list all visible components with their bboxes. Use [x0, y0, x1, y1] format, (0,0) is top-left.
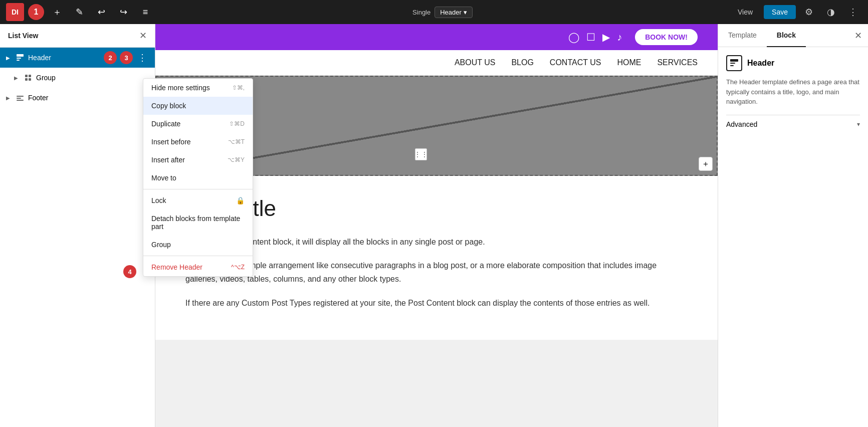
youtube-icon[interactable]: ▶: [602, 31, 610, 43]
post-paragraph-1: This is the Post Content block, it will …: [185, 235, 688, 249]
logo-badge: DI: [6, 3, 24, 21]
ctx-insert-before[interactable]: Insert before ⌥⌘T: [143, 133, 253, 151]
badge-3: 3: [120, 51, 133, 64]
ctx-group[interactable]: Group: [143, 236, 253, 254]
svg-rect-6: [29, 78, 31, 81]
ctx-move-to[interactable]: Move to: [143, 169, 253, 187]
settings-button[interactable]: ⚙: [800, 3, 818, 21]
post-paragraph-3: If there are any Custom Post Types regis…: [185, 296, 688, 310]
rp-block-title: Header: [747, 59, 774, 68]
nav-blog[interactable]: BLOG: [511, 58, 533, 67]
rp-block-desc: The Header template defines a page area …: [726, 77, 860, 107]
svg-rect-5: [25, 78, 28, 81]
ctx-duplicate[interactable]: Duplicate ⇧⌘D: [143, 115, 253, 133]
drag-handle[interactable]: ⋮⋮: [415, 148, 427, 160]
right-panel: Template Block ✕ Header The Header templ…: [718, 24, 868, 427]
header-block-icon: [15, 53, 25, 63]
book-now-button[interactable]: BOOK NOW!: [635, 29, 698, 45]
tree-item-footer[interactable]: ▶ Footer: [0, 88, 155, 108]
tree-item-group[interactable]: ▶ Group: [0, 68, 155, 88]
group-block-icon: [23, 73, 33, 83]
lock-icon: 🔒: [236, 196, 245, 204]
chevron-icon: ▶: [6, 55, 12, 61]
main-layout: List View ✕ ▶ Header 2 3 ⋮ ▶: [0, 24, 868, 427]
undo-button[interactable]: ↩: [92, 3, 110, 21]
ctx-divider-2: [143, 256, 253, 256]
svg-rect-9: [17, 100, 24, 101]
svg-rect-2: [17, 60, 20, 61]
panel-title: List View: [8, 32, 38, 40]
facebook-icon[interactable]: ◯: [568, 31, 579, 43]
tree-label-group: Group: [36, 74, 149, 82]
nav-contact[interactable]: CONTACT US: [550, 58, 601, 67]
social-icons: ◯ ☐ ▶ ♪: [568, 31, 622, 43]
ctx-detach-blocks[interactable]: Detach blocks from template part: [143, 209, 253, 236]
site-nav: ABOUT US BLOG CONTACT US HOME SERVICES: [155, 50, 718, 76]
badge-1: 1: [28, 4, 44, 20]
tab-block[interactable]: Block: [767, 24, 806, 47]
ctx-copy-block[interactable]: Copy block: [143, 97, 253, 115]
svg-rect-10: [730, 59, 738, 62]
tab-template[interactable]: Template: [718, 24, 767, 47]
chevron-icon-footer: ▶: [6, 95, 12, 101]
post-content: This is the Post Content block, it will …: [185, 235, 688, 310]
view-button[interactable]: View: [731, 5, 760, 19]
left-panel: List View ✕ ▶ Header 2 3 ⋮ ▶: [0, 24, 155, 427]
rp-block-icon: [726, 55, 742, 71]
add-block-button[interactable]: ＋: [48, 3, 66, 21]
post-paragraph-2: That might be a simple arrangement like …: [185, 259, 688, 286]
post-title: Post Title: [185, 196, 688, 221]
tree-item-header[interactable]: ▶ Header 2 3 ⋮: [0, 48, 155, 68]
toolbar-post-type: Single: [412, 9, 430, 16]
close-right-panel-button[interactable]: ✕: [848, 26, 868, 45]
ctx-hide-settings[interactable]: Hide more settings ⇧⌘,: [143, 79, 253, 97]
tools-button[interactable]: ✎: [70, 3, 88, 21]
list-view-button[interactable]: ≡: [136, 3, 154, 21]
footer-block-icon: [15, 93, 25, 103]
svg-rect-1: [17, 58, 21, 59]
svg-rect-7: [17, 96, 24, 97]
svg-rect-0: [17, 54, 24, 57]
context-menu: Hide more settings ⇧⌘, Copy block Duplic…: [143, 78, 253, 277]
save-button[interactable]: Save: [764, 5, 796, 19]
site-header-top: ◯ ☐ ▶ ♪ BOOK NOW!: [155, 24, 718, 50]
rp-tabs: Template Block: [718, 24, 806, 47]
ctx-lock[interactable]: Lock 🔒: [143, 191, 253, 209]
redo-button[interactable]: ↪: [114, 3, 132, 21]
badge-4: 4: [123, 265, 136, 278]
ctx-divider-1: [143, 189, 253, 189]
rp-content: Header The Header template defines a pag…: [718, 47, 868, 141]
close-panel-button[interactable]: ✕: [139, 30, 147, 41]
ctx-insert-after[interactable]: Insert after ⌥⌘Y: [143, 151, 253, 169]
chevron-icon-group: ▶: [14, 75, 20, 81]
right-panel-header: Template Block ✕: [718, 24, 868, 47]
ctx-remove-header[interactable]: Remove Header ^⌥Z: [143, 258, 253, 276]
more-options-button[interactable]: ⋮: [844, 3, 862, 21]
chevron-down-icon: ▾: [857, 121, 860, 128]
badge-2: 2: [104, 51, 117, 64]
rp-advanced-label: Advanced: [726, 120, 757, 128]
svg-rect-8: [17, 98, 21, 99]
toolbar-right: View Save ⚙ ◑ ⋮: [731, 3, 862, 21]
theme-toggle-button[interactable]: ◑: [822, 3, 840, 21]
rp-block-header: Header: [726, 55, 860, 71]
panel-header: List View ✕: [0, 24, 155, 48]
tree-item-options-button[interactable]: ⋮: [136, 51, 149, 64]
toolbar-template-tag[interactable]: Header ▾: [435, 7, 473, 18]
nav-home[interactable]: HOME: [617, 58, 641, 67]
svg-rect-3: [25, 75, 28, 77]
svg-rect-11: [730, 63, 735, 64]
tiktok-icon[interactable]: ♪: [617, 32, 622, 43]
nav-about[interactable]: ABOUT US: [455, 58, 496, 67]
nav-services[interactable]: SERVICES: [657, 58, 698, 67]
svg-rect-4: [29, 75, 31, 77]
toolbar-center: Single Header ▾: [158, 7, 727, 18]
toolbar: DI 1 ＋ ✎ ↩ ↪ ≡ Single Header ▾ View Save…: [0, 0, 868, 24]
instagram-icon[interactable]: ☐: [586, 31, 595, 43]
tree-label-header: Header: [28, 54, 101, 62]
tree-label-footer: Footer: [28, 94, 149, 102]
svg-rect-12: [730, 65, 734, 66]
add-content-button[interactable]: ＋: [699, 157, 713, 171]
rp-advanced-section[interactable]: Advanced ▾: [726, 115, 860, 133]
